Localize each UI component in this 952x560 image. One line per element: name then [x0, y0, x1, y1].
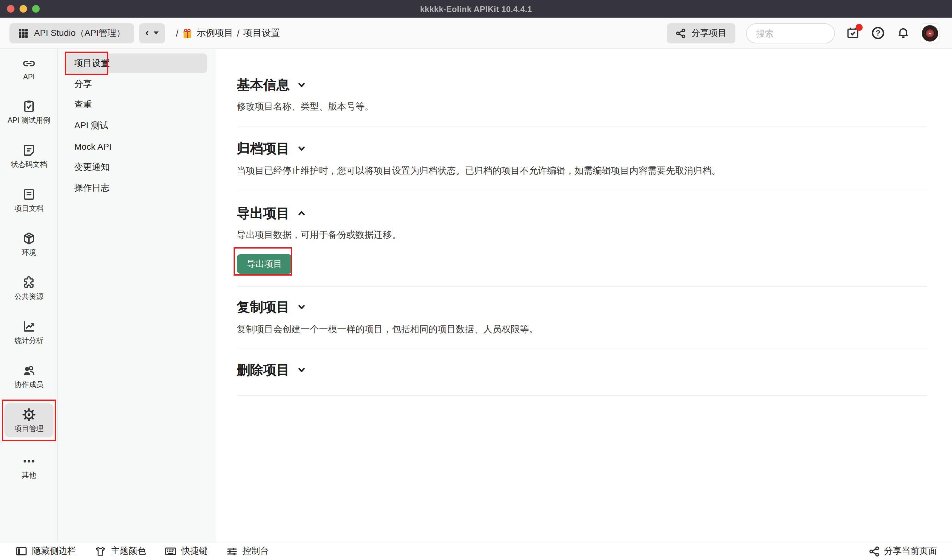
section-basic-info: 基本信息 修改项目名称、类型、版本号等。	[237, 49, 927, 127]
module-sidebar: API API 测试用例 状态码文档	[0, 49, 58, 542]
section-title: 导出项目	[237, 205, 290, 222]
traffic-lights	[7, 5, 40, 12]
section-copy-header[interactable]: 复制项目	[237, 298, 927, 316]
section-description: 修改项目名称、类型、版本号等。	[237, 100, 927, 113]
hide-sidebar-icon	[15, 545, 28, 557]
ellipsis-icon	[22, 454, 37, 469]
grid-icon	[18, 28, 28, 38]
share-project-button[interactable]: 分享项目	[667, 23, 736, 43]
submenu-item-operation-log[interactable]: 操作日志	[65, 178, 207, 197]
back-button[interactable]: ‹	[139, 23, 165, 43]
settings-submenu: 项目设置 分享 查重 API 测试 Mock API 变更通知 操作日志	[58, 49, 215, 542]
section-description: 导出项目数据，可用于备份或数据迁移。	[237, 228, 927, 241]
share-project-label: 分享项目	[691, 27, 726, 39]
share-icon	[675, 28, 686, 38]
zoom-window-button[interactable]	[32, 5, 40, 12]
minimize-window-button[interactable]	[20, 5, 27, 12]
sidebar-item-project-management[interactable]: 项目管理	[0, 406, 58, 435]
console-sliders-icon	[226, 545, 238, 557]
main-content: 基本信息 修改项目名称、类型、版本号等。 归档项目 当项目已经停止维护时，您可以…	[215, 49, 952, 542]
gear-icon	[22, 407, 37, 422]
sidebar-item-api[interactable]: API	[0, 54, 58, 82]
link-icon	[22, 56, 37, 71]
user-avatar[interactable]	[921, 23, 940, 42]
section-title: 归档项目	[237, 140, 290, 157]
project-doc-icon	[22, 187, 37, 202]
submenu-item-api-test[interactable]: API 测试	[65, 116, 207, 135]
search-input[interactable]	[755, 27, 826, 39]
section-archive-header[interactable]: 归档项目	[237, 140, 927, 157]
sidebar-item-shared-resources[interactable]: 公共资源	[0, 274, 58, 302]
keyboard-icon	[164, 545, 177, 557]
search-box	[746, 23, 835, 43]
caret-down-icon	[154, 31, 159, 35]
project-gift-icon	[182, 28, 193, 39]
section-delete-project: 删除项目	[237, 349, 927, 396]
window-title: kkkkk-Eolink APIKit 10.4.4.1	[420, 4, 532, 14]
sidebar-item-statistics[interactable]: 统计分析	[0, 318, 58, 347]
chevron-down-icon	[297, 366, 306, 374]
submenu-item-project-settings[interactable]: 项目设置	[65, 54, 207, 73]
submenu-item-mock-api[interactable]: Mock API	[65, 137, 207, 156]
sidebar-item-status-code-docs[interactable]: 状态码文档	[0, 142, 58, 171]
export-project-button[interactable]: 导出项目	[237, 254, 292, 274]
app-switcher-button[interactable]: API Studio（API管理）	[9, 23, 134, 43]
submenu-item-change-notification[interactable]: 变更通知	[65, 157, 207, 177]
puzzle-icon	[22, 275, 37, 290]
section-description: 复制项目会创建一个一模一样的项目，包括相同的项目数据、人员权限等。	[237, 323, 927, 335]
section-copy-project: 复制项目 复制项目会创建一个一模一样的项目，包括相同的项目数据、人员权限等。	[237, 287, 927, 349]
app-body: API API 测试用例 状态码文档	[0, 49, 952, 542]
shortcut-keys-button[interactable]: 快捷键	[164, 545, 208, 557]
breadcrumb: / 示例项目 / 项目设置	[176, 27, 280, 39]
cube-icon	[22, 231, 37, 246]
notifications-bell-button[interactable]	[895, 25, 910, 40]
titlebar: kkkkk-Eolink APIKit 10.4.4.1	[0, 0, 952, 18]
chevron-down-icon	[297, 80, 306, 89]
share-icon	[869, 546, 879, 557]
section-delete-header[interactable]: 删除项目	[237, 361, 927, 379]
app-window: kkkkk-Eolink APIKit 10.4.4.1 API Studio（…	[0, 0, 952, 560]
sidebar-item-other[interactable]: 其他	[0, 452, 58, 481]
chevron-left-icon: ‹	[145, 27, 148, 38]
breadcrumb-page: 项目设置	[243, 27, 280, 39]
section-export-project: 导出项目 导出项目数据，可用于备份或数据迁移。 导出项目	[237, 191, 927, 287]
submenu-item-share[interactable]: 分享	[65, 74, 207, 94]
status-doc-icon	[22, 143, 37, 158]
app-switcher-label: API Studio（API管理）	[34, 27, 125, 39]
section-basic-info-header[interactable]: 基本信息	[237, 76, 927, 94]
help-button[interactable]: ?	[870, 25, 885, 40]
avatar-image	[922, 25, 938, 41]
chevron-up-icon	[297, 209, 306, 218]
theme-color-button[interactable]: 主题颜色	[94, 545, 146, 557]
share-current-page-button[interactable]: 分享当前页面	[869, 546, 937, 557]
section-description: 当项目已经停止维护时，您可以将项目设置为归档状态。已归档的项目不允许编辑，如需编…	[237, 164, 927, 177]
sidebar-item-environment[interactable]: 环境	[0, 230, 58, 259]
close-window-button[interactable]	[7, 5, 14, 12]
chevron-down-icon	[297, 144, 306, 153]
section-title: 基本信息	[237, 76, 290, 94]
section-title: 删除项目	[237, 361, 290, 379]
messages-button[interactable]	[845, 25, 860, 40]
notification-badge	[856, 23, 862, 31]
hide-sidebar-button[interactable]: 隐藏侧边栏	[15, 545, 76, 557]
members-icon	[22, 363, 37, 378]
bottom-statusbar: 隐藏侧边栏 主题颜色 快捷键	[0, 542, 952, 560]
sidebar-item-members[interactable]: 协作成员	[0, 362, 58, 391]
svg-text:?: ?	[876, 29, 880, 37]
chevron-down-icon	[297, 302, 306, 312]
sidebar-item-api-test-cases[interactable]: API 测试用例	[0, 97, 58, 127]
breadcrumb-project[interactable]: 示例项目	[197, 27, 233, 39]
tshirt-icon	[94, 545, 107, 557]
top-navbar: API Studio（API管理） ‹ / 示例项目 / 项目设置	[0, 18, 952, 49]
section-export-header[interactable]: 导出项目	[237, 205, 927, 222]
console-button[interactable]: 控制台	[226, 545, 269, 557]
submenu-item-duplicate-check[interactable]: 查重	[65, 95, 207, 114]
chart-icon	[22, 319, 37, 334]
sidebar-item-project-docs[interactable]: 项目文档	[0, 186, 58, 214]
section-archive-project: 归档项目 当项目已经停止维护时，您可以将项目设置为归档状态。已归档的项目不允许编…	[237, 127, 927, 191]
section-title: 复制项目	[237, 298, 290, 316]
clipboard-check-icon	[22, 99, 37, 114]
